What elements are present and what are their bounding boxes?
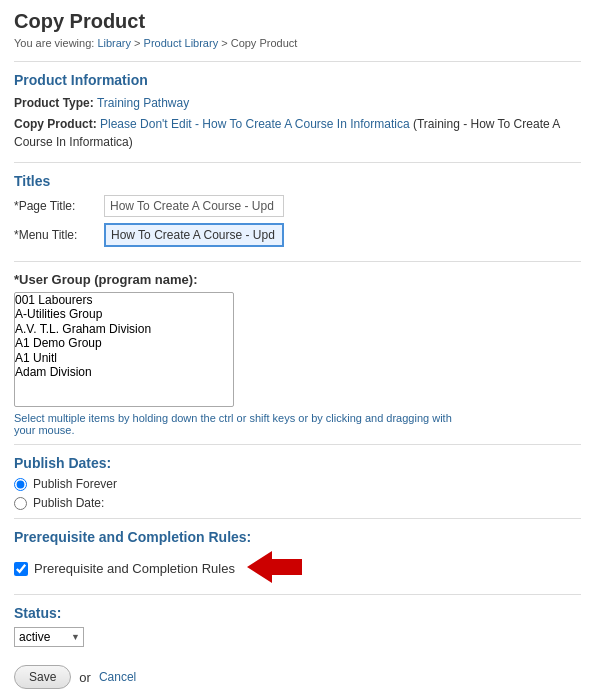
- titles-section: Titles *Page Title: *Menu Title:: [14, 162, 581, 259]
- user-group-hint: Select multiple items by holding down th…: [14, 412, 464, 436]
- prereq-checkbox-text: Prerequisite and Completion Rules: [34, 561, 235, 576]
- user-group-section: *User Group (program name): 001 Labourer…: [14, 261, 581, 442]
- prereq-checkbox-row: Prerequisite and Completion Rules: [14, 551, 581, 586]
- publish-date-label: Publish Date:: [33, 496, 104, 510]
- breadcrumb-current: Copy Product: [231, 37, 298, 49]
- status-section: Status: active inactive: [14, 594, 581, 653]
- product-type-row: Product Type: Training Pathway: [14, 94, 581, 112]
- breadcrumb-library[interactable]: Library: [97, 37, 131, 49]
- svg-marker-0: [247, 551, 302, 583]
- copy-product-row: Copy Product: Please Don't Edit - How To…: [14, 115, 581, 151]
- listbox-item[interactable]: A-Utilities Group: [15, 307, 233, 321]
- page-title-row: *Page Title:: [14, 195, 581, 217]
- user-group-title: *User Group (program name):: [14, 272, 581, 287]
- publish-date-option[interactable]: Publish Date:: [14, 496, 581, 510]
- listbox-item[interactable]: A.V. T.L. Graham Division: [15, 322, 233, 336]
- prereq-title: Prerequisite and Completion Rules:: [14, 529, 581, 545]
- listbox-item[interactable]: Adam Division: [15, 365, 233, 379]
- product-information-section: Product Information Product Type: Traini…: [14, 61, 581, 160]
- product-type-label: Product Type:: [14, 96, 94, 110]
- publish-date-radio[interactable]: [14, 497, 27, 510]
- menu-title-label: *Menu Title:: [14, 228, 104, 242]
- user-group-listbox[interactable]: 001 Labourers A-Utilities Group A.V. T.L…: [14, 292, 234, 407]
- listbox-item[interactable]: 001 Labourers: [15, 293, 233, 307]
- status-select[interactable]: active inactive: [14, 627, 84, 647]
- copy-product-value: Please Don't Edit - How To Create A Cour…: [100, 117, 410, 131]
- page-title: Copy Product: [14, 10, 581, 33]
- publish-forever-label: Publish Forever: [33, 477, 117, 491]
- red-arrow-icon: [247, 551, 302, 586]
- publish-dates-title: Publish Dates:: [14, 455, 581, 471]
- page-title-label: *Page Title:: [14, 199, 104, 213]
- prereq-checkbox[interactable]: [14, 562, 28, 576]
- product-type-value-text: Training Pathway: [97, 96, 189, 110]
- prereq-checkbox-label[interactable]: Prerequisite and Completion Rules: [14, 561, 235, 576]
- publish-radio-group: Publish Forever Publish Date:: [14, 477, 581, 510]
- listbox-item[interactable]: A1 Demo Group: [15, 336, 233, 350]
- save-button[interactable]: Save: [14, 665, 71, 689]
- publish-forever-option[interactable]: Publish Forever: [14, 477, 581, 491]
- status-select-wrapper: active inactive: [14, 627, 84, 647]
- user-group-listbox-container: 001 Labourers A-Utilities Group A.V. T.L…: [14, 292, 581, 407]
- publish-dates-section: Publish Dates: Publish Forever Publish D…: [14, 444, 581, 516]
- breadcrumb-product-library[interactable]: Product Library: [144, 37, 219, 49]
- menu-title-input[interactable]: [104, 223, 284, 247]
- or-text: or: [79, 670, 91, 685]
- status-title: Status:: [14, 605, 581, 621]
- breadcrumb-viewing: You are viewing:: [14, 37, 97, 49]
- titles-section-title: Titles: [14, 173, 581, 189]
- listbox-item[interactable]: A1 Unitl: [15, 351, 233, 365]
- prereq-section: Prerequisite and Completion Rules: Prere…: [14, 518, 581, 592]
- save-cancel-row: Save or Cancel: [14, 665, 581, 689]
- breadcrumb: You are viewing: Library > Product Libra…: [14, 37, 581, 49]
- cancel-link[interactable]: Cancel: [99, 670, 136, 684]
- product-information-title: Product Information: [14, 72, 581, 88]
- menu-title-row: *Menu Title:: [14, 223, 581, 247]
- publish-forever-radio[interactable]: [14, 478, 27, 491]
- copy-product-label: Copy Product:: [14, 117, 97, 131]
- page-title-input[interactable]: [104, 195, 284, 217]
